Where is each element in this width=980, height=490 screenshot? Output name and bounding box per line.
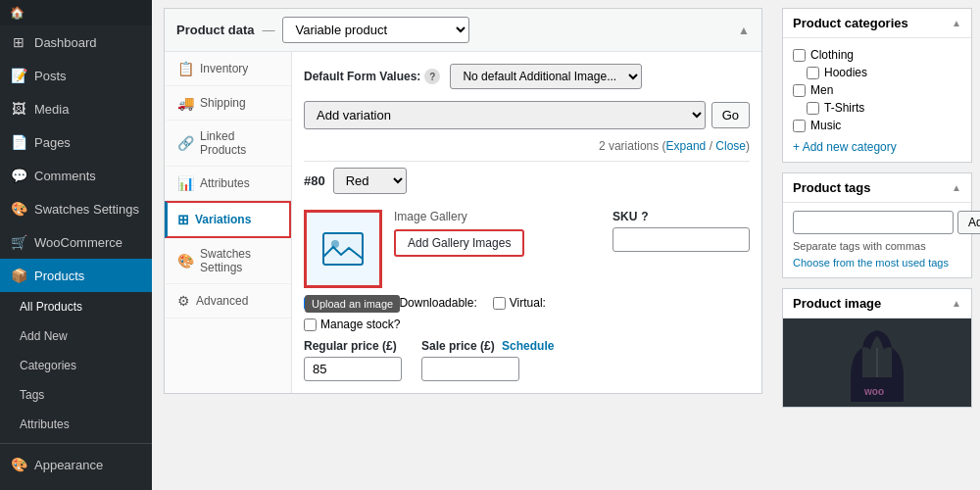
close-link[interactable]: Close xyxy=(715,139,746,153)
sale-price-label: Sale price (£) Schedule xyxy=(421,339,554,353)
sidebar-item-tags[interactable]: Tags xyxy=(0,380,152,410)
sidebar-item-label: Dashboard xyxy=(34,35,97,50)
sidebar-item-label: Posts xyxy=(34,69,67,83)
variation-row-80: #80 Red Blue Green xyxy=(304,161,750,200)
add-tag-button[interactable]: Add xyxy=(957,211,980,234)
tab-label: Shipping xyxy=(200,96,246,110)
panel-body: 📋 Inventory 🚚 Shipping 🔗 Linked Products… xyxy=(165,52,761,393)
add-new-label: Add New xyxy=(20,329,68,343)
category-hoodies-checkbox[interactable] xyxy=(807,67,819,79)
add-gallery-images-button[interactable]: Add Gallery Images xyxy=(394,229,524,257)
virtual-checkbox[interactable] xyxy=(493,297,506,310)
sidebar-item-swatches-settings[interactable]: 🎨 Swatches Settings xyxy=(0,192,152,225)
category-men-checkbox[interactable] xyxy=(793,84,806,97)
category-hoodies[interactable]: Hoodies xyxy=(793,64,961,81)
all-products-label: All Products xyxy=(20,300,82,314)
sidebar-item-media[interactable]: 🖼 Media xyxy=(0,92,152,125)
category-music[interactable]: Music xyxy=(793,117,961,134)
go-button[interactable]: Go xyxy=(711,102,750,128)
sidebar-item-categories[interactable]: Categories xyxy=(0,351,152,380)
media-icon: 🖼 xyxy=(10,100,27,118)
posts-icon: 📝 xyxy=(10,67,27,84)
sidebar-item-woocommerce[interactable]: 🛒 WooCommerce xyxy=(0,225,152,259)
product-image-svg: woo xyxy=(843,318,911,407)
default-form-select[interactable]: No default Additional Image... xyxy=(450,64,642,89)
tab-label: Advanced xyxy=(196,294,248,308)
tab-advanced[interactable]: ⚙ Advanced xyxy=(165,284,291,318)
add-new-category-link[interactable]: + Add new category xyxy=(793,140,961,154)
virtual-checkbox-item[interactable]: Virtual: xyxy=(493,296,546,310)
sale-price-field: Sale price (£) Schedule xyxy=(421,339,554,381)
sidebar-item-attributes[interactable]: Attributes xyxy=(0,410,152,439)
sku-help-icon[interactable]: ? xyxy=(641,210,648,223)
image-placeholder-icon xyxy=(321,231,365,267)
regular-price-input[interactable] xyxy=(304,357,402,381)
gallery-title: Image Gallery xyxy=(394,210,601,223)
dashboard-icon: ⊞ xyxy=(10,33,27,51)
expand-link[interactable]: Expand xyxy=(666,139,707,153)
sidebar-item-add-new[interactable]: Add New xyxy=(0,321,152,351)
schedule-link[interactable]: Schedule xyxy=(502,339,554,353)
most-used-tags-link[interactable]: Choose from the most used tags xyxy=(793,257,949,269)
sidebar-item-label: Swatches Settings xyxy=(34,202,139,217)
manage-stock-label: Manage stock? xyxy=(320,318,400,331)
manage-stock-checkbox-item[interactable]: Manage stock? xyxy=(304,318,400,331)
tab-shipping[interactable]: 🚚 Shipping xyxy=(165,86,291,121)
category-clothing-checkbox[interactable] xyxy=(793,49,806,62)
categories-widget-header: Product categories ▲ xyxy=(783,9,971,38)
add-variation-row: Add variation Create variations from all… xyxy=(304,101,750,129)
sku-label: SKU ? xyxy=(612,210,750,223)
category-men[interactable]: Men xyxy=(793,81,961,99)
attributes-icon: 📊 xyxy=(177,175,194,191)
categories-widget-body: Clothing Hoodies Men T-Shirts Music xyxy=(783,38,971,162)
sku-input[interactable] xyxy=(612,227,750,252)
tags-chevron-icon: ▲ xyxy=(952,182,961,193)
category-t-shirts[interactable]: T-Shirts xyxy=(793,99,961,117)
sidebar-item-label: Pages xyxy=(34,135,71,150)
tab-linked-products[interactable]: 🔗 Linked Products xyxy=(165,121,291,167)
variations-info: 2 variations (Expand / Close) xyxy=(304,139,750,153)
product-tabs: 📋 Inventory 🚚 Shipping 🔗 Linked Products… xyxy=(165,52,292,393)
swatches-tab-icon: 🎨 xyxy=(177,253,194,269)
inventory-icon: 📋 xyxy=(177,61,194,76)
sidebar-item-label: Media xyxy=(34,102,69,117)
sidebar-item-appearance[interactable]: 🎨 Appearance xyxy=(0,448,152,481)
price-row: Regular price (£) Sale price (£) Schedul… xyxy=(304,339,750,381)
sidebar-item-products[interactable]: 📦 Products xyxy=(0,259,152,292)
sidebar-item-comments[interactable]: 💬 Comments xyxy=(0,159,152,192)
image-upload-box[interactable]: Upload an image xyxy=(304,210,382,288)
manage-stock-checkbox[interactable] xyxy=(304,318,317,331)
sidebar-item-plugins[interactable]: 🔌 Plugins xyxy=(0,481,152,490)
product-image-placeholder[interactable]: woo xyxy=(783,318,971,407)
tab-label: Attributes xyxy=(200,176,250,190)
virtual-label: Virtual: xyxy=(510,296,546,310)
tag-input[interactable] xyxy=(793,211,954,234)
tab-inventory[interactable]: 📋 Inventory xyxy=(165,52,291,86)
add-variation-select[interactable]: Add variation Create variations from all… xyxy=(304,101,706,129)
product-image-widget: Product image ▲ woo xyxy=(782,288,972,408)
sidebar-item-all-products[interactable]: All Products xyxy=(0,292,152,321)
category-music-checkbox[interactable] xyxy=(793,120,806,132)
linked-products-icon: 🔗 xyxy=(177,135,194,151)
categories-widget: Product categories ▲ Clothing Hoodies Me… xyxy=(782,8,972,163)
sidebar-item-pages[interactable]: 📄 Pages xyxy=(0,125,152,159)
tab-attributes[interactable]: 📊 Attributes xyxy=(165,167,291,201)
product-type-select[interactable]: Variable product Simple product Grouped … xyxy=(282,17,469,43)
help-icon[interactable]: ? xyxy=(424,69,440,84)
manage-stock-row: Manage stock? xyxy=(304,318,750,331)
pages-icon: 📄 xyxy=(10,133,27,151)
main-area: Product data — Variable product Simple p… xyxy=(152,0,980,490)
variations-icon: ⊞ xyxy=(177,212,189,227)
product-image-header: Product image ▲ xyxy=(783,289,971,318)
appearance-label: Appearance xyxy=(34,458,103,472)
sidebar-item-dashboard[interactable]: ⊞ Dashboard xyxy=(0,25,152,59)
panel-arrow-icon: ▲ xyxy=(738,24,750,37)
tab-variations[interactable]: ⊞ Variations xyxy=(165,201,291,238)
sidebar-item-posts[interactable]: 📝 Posts xyxy=(0,59,152,92)
sale-price-input[interactable] xyxy=(421,357,519,381)
variation-value-select[interactable]: Red Blue Green xyxy=(333,168,407,194)
panel-title: Product data xyxy=(176,23,254,37)
category-t-shirts-checkbox[interactable] xyxy=(807,102,819,115)
tab-swatches-settings[interactable]: 🎨 Swatches Settings xyxy=(165,238,291,284)
category-clothing[interactable]: Clothing xyxy=(793,46,961,64)
